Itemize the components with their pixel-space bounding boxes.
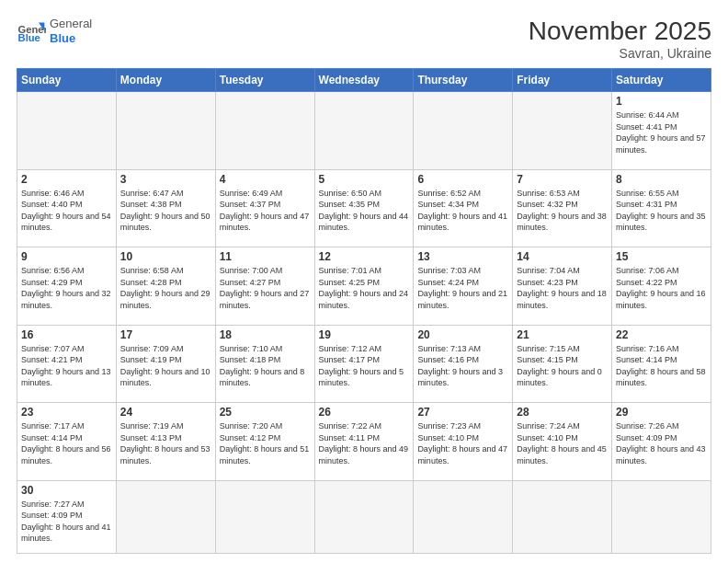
location: Savran, Ukraine	[529, 46, 711, 61]
day-info: Sunrise: 6:53 AM Sunset: 4:32 PM Dayligh…	[517, 188, 608, 234]
day-info: Sunrise: 7:06 AM Sunset: 4:22 PM Dayligh…	[616, 265, 707, 311]
weekday-header-row: SundayMondayTuesdayWednesdayThursdayFrid…	[17, 69, 711, 92]
logo-general-text: General	[50, 17, 92, 31]
calendar-cell	[414, 480, 513, 554]
calendar-cell: 2Sunrise: 6:46 AM Sunset: 4:40 PM Daylig…	[17, 169, 117, 247]
calendar-cell: 17Sunrise: 7:09 AM Sunset: 4:19 PM Dayli…	[116, 325, 215, 403]
calendar-cell	[513, 480, 612, 554]
calendar-cell: 1Sunrise: 6:44 AM Sunset: 4:41 PM Daylig…	[612, 92, 711, 170]
day-info: Sunrise: 7:00 AM Sunset: 4:27 PM Dayligh…	[220, 265, 311, 311]
day-info: Sunrise: 7:22 AM Sunset: 4:11 PM Dayligh…	[319, 420, 410, 466]
calendar-cell	[116, 480, 215, 554]
day-number: 17	[120, 328, 211, 341]
weekday-header-sunday: Sunday	[17, 69, 117, 92]
calendar-cell: 23Sunrise: 7:17 AM Sunset: 4:14 PM Dayli…	[17, 403, 117, 481]
logo-icon: General Blue	[17, 17, 46, 46]
week-row-6: 30Sunrise: 7:27 AM Sunset: 4:09 PM Dayli…	[17, 480, 711, 554]
day-number: 1	[616, 95, 707, 108]
weekday-header-monday: Monday	[116, 69, 215, 92]
day-number: 3	[120, 173, 211, 186]
day-number: 28	[517, 406, 608, 419]
calendar-cell: 12Sunrise: 7:01 AM Sunset: 4:25 PM Dayli…	[314, 247, 414, 326]
calendar-cell: 27Sunrise: 7:23 AM Sunset: 4:10 PM Dayli…	[414, 403, 513, 481]
calendar-cell: 22Sunrise: 7:16 AM Sunset: 4:14 PM Dayli…	[612, 325, 711, 403]
day-number: 26	[319, 406, 410, 419]
calendar-cell: 15Sunrise: 7:06 AM Sunset: 4:22 PM Dayli…	[612, 247, 711, 326]
day-info: Sunrise: 7:27 AM Sunset: 4:09 PM Dayligh…	[21, 499, 112, 545]
day-info: Sunrise: 7:15 AM Sunset: 4:15 PM Dayligh…	[517, 343, 608, 389]
day-info: Sunrise: 7:16 AM Sunset: 4:14 PM Dayligh…	[616, 343, 707, 389]
calendar-cell: 21Sunrise: 7:15 AM Sunset: 4:15 PM Dayli…	[513, 325, 612, 403]
calendar-cell: 24Sunrise: 7:19 AM Sunset: 4:13 PM Dayli…	[116, 403, 215, 481]
day-number: 5	[319, 173, 410, 186]
day-number: 13	[417, 250, 508, 263]
day-info: Sunrise: 7:19 AM Sunset: 4:13 PM Dayligh…	[120, 420, 211, 466]
calendar-cell	[513, 92, 612, 170]
calendar-cell: 20Sunrise: 7:13 AM Sunset: 4:16 PM Dayli…	[414, 325, 513, 403]
day-number: 22	[616, 328, 707, 341]
svg-text:Blue: Blue	[18, 32, 40, 43]
week-row-3: 9Sunrise: 6:56 AM Sunset: 4:29 PM Daylig…	[17, 247, 711, 326]
day-number: 24	[120, 406, 211, 419]
calendar-cell: 26Sunrise: 7:22 AM Sunset: 4:11 PM Dayli…	[314, 403, 414, 481]
day-number: 8	[616, 173, 707, 186]
calendar-cell: 9Sunrise: 6:56 AM Sunset: 4:29 PM Daylig…	[17, 247, 117, 326]
day-number: 12	[319, 250, 410, 263]
day-info: Sunrise: 7:26 AM Sunset: 4:09 PM Dayligh…	[616, 420, 707, 466]
day-info: Sunrise: 7:17 AM Sunset: 4:14 PM Dayligh…	[21, 420, 112, 466]
logo-blue-text: Blue	[50, 31, 92, 46]
calendar-cell	[17, 92, 117, 170]
day-number: 30	[21, 484, 112, 497]
day-info: Sunrise: 7:20 AM Sunset: 4:12 PM Dayligh…	[220, 420, 311, 466]
day-number: 21	[517, 328, 608, 341]
calendar-cell: 4Sunrise: 6:49 AM Sunset: 4:37 PM Daylig…	[215, 169, 314, 247]
calendar-cell	[314, 480, 414, 554]
calendar-cell: 5Sunrise: 6:50 AM Sunset: 4:35 PM Daylig…	[314, 169, 414, 247]
day-info: Sunrise: 7:12 AM Sunset: 4:17 PM Dayligh…	[319, 343, 410, 389]
day-number: 29	[616, 406, 707, 419]
weekday-header-friday: Friday	[513, 69, 612, 92]
day-number: 11	[220, 250, 311, 263]
calendar-cell	[612, 480, 711, 554]
calendar-cell: 19Sunrise: 7:12 AM Sunset: 4:17 PM Dayli…	[314, 325, 414, 403]
calendar-cell: 29Sunrise: 7:26 AM Sunset: 4:09 PM Dayli…	[612, 403, 711, 481]
calendar-cell: 28Sunrise: 7:24 AM Sunset: 4:10 PM Dayli…	[513, 403, 612, 481]
calendar-cell: 13Sunrise: 7:03 AM Sunset: 4:24 PM Dayli…	[414, 247, 513, 326]
day-number: 2	[21, 173, 112, 186]
day-info: Sunrise: 7:09 AM Sunset: 4:19 PM Dayligh…	[120, 343, 211, 389]
calendar-table: SundayMondayTuesdayWednesdayThursdayFrid…	[17, 68, 711, 554]
day-info: Sunrise: 6:47 AM Sunset: 4:38 PM Dayligh…	[120, 188, 211, 234]
calendar-cell: 16Sunrise: 7:07 AM Sunset: 4:21 PM Dayli…	[17, 325, 117, 403]
day-number: 16	[21, 328, 112, 341]
calendar-cell: 7Sunrise: 6:53 AM Sunset: 4:32 PM Daylig…	[513, 169, 612, 247]
day-info: Sunrise: 7:23 AM Sunset: 4:10 PM Dayligh…	[417, 420, 508, 466]
day-info: Sunrise: 7:01 AM Sunset: 4:25 PM Dayligh…	[319, 265, 410, 311]
day-number: 4	[220, 173, 311, 186]
calendar-cell: 25Sunrise: 7:20 AM Sunset: 4:12 PM Dayli…	[215, 403, 314, 481]
day-number: 27	[417, 406, 508, 419]
calendar-cell: 8Sunrise: 6:55 AM Sunset: 4:31 PM Daylig…	[612, 169, 711, 247]
day-number: 15	[616, 250, 707, 263]
day-number: 6	[417, 173, 508, 186]
month-title: November 2025	[529, 17, 711, 46]
weekday-header-saturday: Saturday	[612, 69, 711, 92]
weekday-header-tuesday: Tuesday	[215, 69, 314, 92]
calendar-cell	[314, 92, 414, 170]
day-info: Sunrise: 6:52 AM Sunset: 4:34 PM Dayligh…	[417, 188, 508, 234]
day-info: Sunrise: 6:55 AM Sunset: 4:31 PM Dayligh…	[616, 188, 707, 234]
title-block: November 2025 Savran, Ukraine	[529, 17, 711, 61]
week-row-2: 2Sunrise: 6:46 AM Sunset: 4:40 PM Daylig…	[17, 169, 711, 247]
day-info: Sunrise: 7:03 AM Sunset: 4:24 PM Dayligh…	[417, 265, 508, 311]
day-info: Sunrise: 7:07 AM Sunset: 4:21 PM Dayligh…	[21, 343, 112, 389]
day-info: Sunrise: 6:58 AM Sunset: 4:28 PM Dayligh…	[120, 265, 211, 311]
day-info: Sunrise: 7:24 AM Sunset: 4:10 PM Dayligh…	[517, 420, 608, 466]
day-number: 14	[517, 250, 608, 263]
logo: General Blue General Blue	[17, 17, 92, 46]
day-info: Sunrise: 6:49 AM Sunset: 4:37 PM Dayligh…	[220, 188, 311, 234]
day-info: Sunrise: 6:44 AM Sunset: 4:41 PM Dayligh…	[616, 109, 707, 155]
calendar-cell: 30Sunrise: 7:27 AM Sunset: 4:09 PM Dayli…	[17, 480, 117, 554]
calendar-page: General Blue General Blue November 2025 …	[0, 0, 728, 563]
calendar-cell: 3Sunrise: 6:47 AM Sunset: 4:38 PM Daylig…	[116, 169, 215, 247]
day-number: 7	[517, 173, 608, 186]
week-row-4: 16Sunrise: 7:07 AM Sunset: 4:21 PM Dayli…	[17, 325, 711, 403]
